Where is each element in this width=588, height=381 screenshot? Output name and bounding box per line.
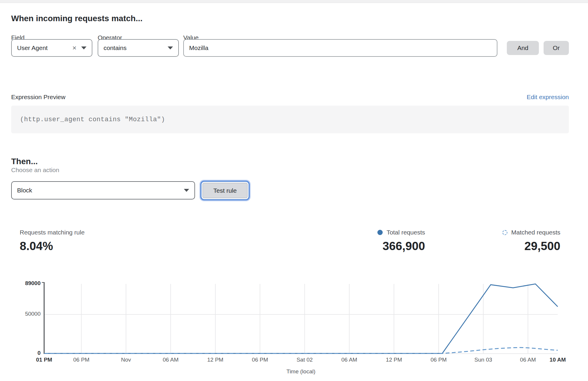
operator-select-value: contains — [104, 44, 168, 51]
requests-matching-label: Requests matching rule — [20, 229, 85, 236]
matched-requests-label: Matched requests — [511, 229, 560, 236]
matched-requests-value: 29,500 — [524, 239, 560, 253]
total-requests-value: 366,900 — [382, 239, 425, 253]
x-axis-title: Time (local) — [44, 368, 558, 375]
x-tick-label: Nov — [105, 357, 146, 363]
expression-preview-label: Expression Preview — [11, 94, 65, 101]
total-requests-legend: Total requests — [377, 229, 425, 236]
total-requests-label: Total requests — [387, 229, 425, 236]
requests-matching-value: 8.04% — [20, 239, 53, 253]
test-rule-button[interactable]: Test rule — [202, 183, 248, 198]
x-tick-label: 06 PM — [239, 357, 281, 363]
y-tick-label: 50000 — [8, 311, 41, 317]
clear-field-icon[interactable]: × — [72, 44, 76, 51]
x-tick-label: 06 PM — [418, 357, 459, 363]
x-tick-label: 06 AM — [329, 357, 370, 363]
x-tick-label: 06 PM — [61, 357, 102, 363]
x-tick-label: Sat 02 — [284, 357, 325, 363]
chevron-down-icon — [168, 46, 173, 49]
x-tick-label: 12 PM — [373, 357, 414, 363]
field-select-value: User Agent — [17, 44, 70, 51]
chart-line-matched — [44, 347, 558, 353]
operator-select[interactable]: contains — [98, 39, 179, 57]
chart-line-total — [44, 284, 558, 353]
action-select[interactable]: Block — [11, 181, 195, 199]
value-input[interactable] — [183, 39, 497, 57]
top-divider — [0, 0, 588, 3]
expression-code: (http.user_agent contains "Mozilla") — [20, 106, 165, 133]
expression-preview-box: (http.user_agent contains "Mozilla") — [11, 106, 569, 133]
matched-requests-legend: Matched requests — [502, 229, 560, 236]
action-select-value: Block — [17, 187, 180, 194]
requests-chart — [0, 277, 588, 365]
firewall-rule-builder: When incoming requests match... Field Op… — [0, 0, 588, 381]
total-requests-dot-icon — [377, 230, 383, 235]
y-tick-label: 89000 — [8, 280, 41, 287]
then-section-title: Then... — [11, 157, 38, 166]
x-tick-label: Sun 03 — [463, 357, 504, 363]
y-tick-label: 0 — [8, 350, 41, 356]
x-tick-label: 12 PM — [195, 357, 236, 363]
x-tick-label: 01 PM — [24, 357, 65, 363]
and-button[interactable]: And — [507, 41, 539, 55]
edit-expression-link[interactable]: Edit expression — [527, 94, 569, 101]
field-select[interactable]: User Agent × — [11, 39, 92, 57]
choose-action-label: Choose an action — [11, 167, 59, 174]
chevron-down-icon — [81, 46, 86, 49]
chevron-down-icon — [184, 189, 189, 192]
match-section-title: When incoming requests match... — [11, 14, 143, 23]
x-tick-label: 06 AM — [150, 357, 191, 363]
or-button[interactable]: Or — [544, 41, 569, 55]
x-tick-label: 10 AM — [537, 357, 578, 363]
matched-requests-dashed-circle-icon — [502, 230, 507, 235]
